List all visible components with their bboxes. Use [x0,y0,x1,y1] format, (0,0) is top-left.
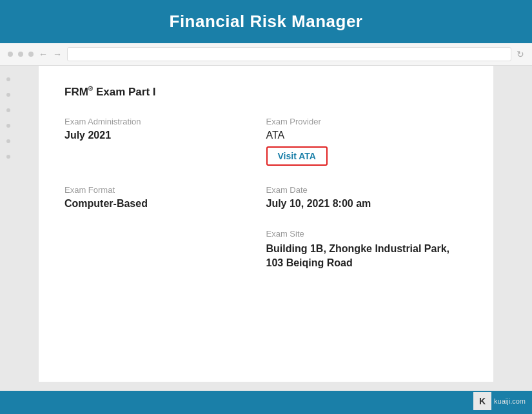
sidebar-decoration [6,77,10,159]
watermark: K kuaiji.com [473,392,526,410]
main-content: FRM® Exam Part I Exam Administration Jul… [39,66,493,382]
back-button[interactable]: ← [39,49,48,59]
exam-section-title: FRM® Exam Part I [64,85,468,99]
sidebar-dot [6,77,10,81]
browser-dot-2 [18,52,23,57]
site-label: Exam Site [266,229,455,239]
sidebar-dot [6,139,10,143]
exam-administration-block: Exam Administration July 2021 [64,117,266,166]
browser-bar: ← → ↻ [0,43,532,66]
site-value: Building 1B, Zhongke Industrial Park, 10… [266,242,455,271]
exam-site-block: Exam Site Building 1B, Zhongke Industria… [266,229,468,271]
provider-label: Exam Provider [266,117,455,126]
sidebar-dot [6,108,10,112]
sidebar-dot [6,93,10,97]
provider-value: ATA [266,130,455,141]
date-value: July 10, 2021 8:00 am [266,198,455,210]
browser-dot-3 [28,52,34,57]
watermark-logo: K [473,392,491,410]
address-bar[interactable] [67,47,511,61]
visit-ata-button[interactable]: Visit ATA [266,146,328,166]
refresh-button[interactable]: ↻ [517,49,524,59]
exam-provider-block: Exam Provider ATA Visit ATA [266,117,468,166]
page-title: Financial Risk Manager [170,12,363,31]
sidebar-dot [6,155,10,159]
forward-button[interactable]: → [53,49,62,59]
admin-label: Exam Administration [64,117,253,126]
exam-info-grid: Exam Administration July 2021 Exam Provi… [64,117,468,290]
exam-format-block: Exam Format Computer-Based [64,185,266,210]
browser-dot-1 [8,52,13,57]
sidebar-dot [6,124,10,128]
page-header: Financial Risk Manager [0,0,532,43]
footer-bar: K kuaiji.com [0,391,532,414]
date-label: Exam Date [266,185,455,195]
format-value: Computer-Based [64,198,253,210]
exam-date-block: Exam Date July 10, 2021 8:00 am [266,185,468,210]
admin-value: July 2021 [64,130,253,141]
format-label: Exam Format [64,185,253,195]
empty-block [64,229,266,271]
watermark-text: kuaiji.com [494,397,526,405]
